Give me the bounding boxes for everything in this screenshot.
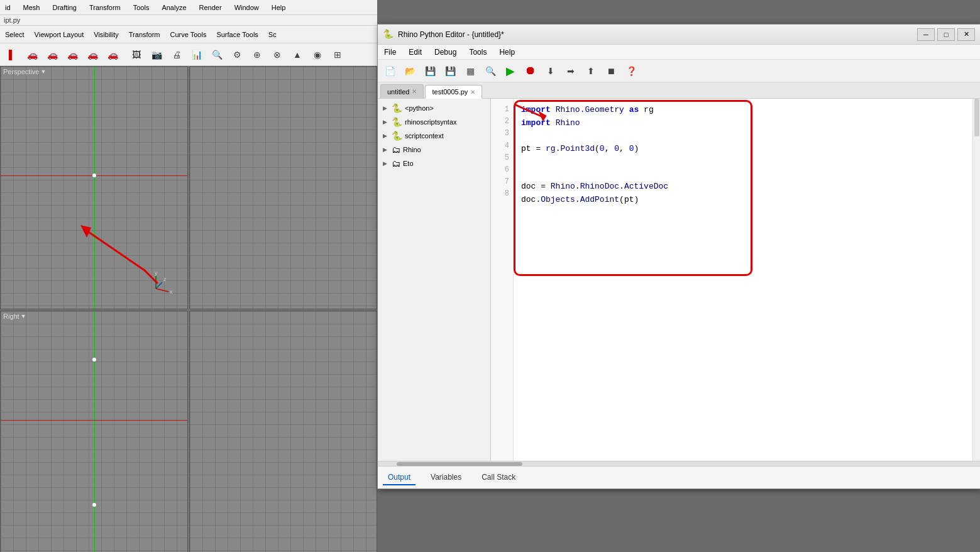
rhino-window: id Mesh Drafting Transform Tools Analyze… [0, 0, 377, 552]
toolbar-visibility[interactable]: Visibility [91, 30, 121, 40]
tree-label-python: <python> [405, 104, 434, 112]
toolbar-icon-2[interactable]: 🚗 [23, 45, 41, 64]
toolbar-icon-8[interactable]: 📷 [147, 45, 166, 64]
tree-item-eto[interactable]: ▶ 🗂 Eto [378, 157, 490, 170]
toolbar-icon-3[interactable]: 🚗 [43, 45, 62, 64]
scrollbar-horizontal[interactable] [378, 461, 980, 466]
tab-test0005[interactable]: test0005.py ✕ [425, 85, 482, 99]
menu-mesh[interactable]: Mesh [21, 3, 43, 13]
toolbar-icon-5[interactable]: 🚗 [83, 45, 102, 64]
toolbar-icon-11[interactable]: 🔍 [207, 45, 226, 64]
toolbar-curve-tools[interactable]: Curve Tools [168, 30, 209, 40]
viewport-bottom-right[interactable] [189, 311, 377, 552]
scrollbar-thumb[interactable] [397, 462, 522, 466]
menu-analyze[interactable]: Analyze [159, 3, 189, 13]
toolbar-icon-4[interactable]: 🚗 [63, 45, 82, 64]
menu-window[interactable]: Window [232, 3, 262, 13]
perspective-dropdown-arrow[interactable]: ▼ [40, 69, 46, 75]
scrollbar-v-thumb[interactable] [974, 99, 979, 136]
toolbar-icon-10[interactable]: 📊 [187, 45, 206, 64]
menu-drafting[interactable]: Drafting [50, 3, 79, 13]
editor-bottom-tabs: Output Variables Call Stack [378, 466, 980, 489]
toolbar-icon-12[interactable]: ⚙ [228, 45, 246, 64]
tree-label-scriptcontext: scriptcontext [405, 132, 444, 140]
tree-arrow-rhino: ▶ [383, 119, 389, 125]
viewport-top-right[interactable] [189, 66, 377, 309]
titlebar-left: 🐍 Rhino Python Editor - {untitled}* [383, 29, 504, 40]
menu-help[interactable]: Help [269, 3, 289, 13]
stop-button[interactable]: ⏺ [521, 62, 540, 80]
viewport-perspective-label[interactable]: Perspective ▼ [3, 68, 46, 75]
toolbar-icon-6[interactable]: 🚗 [103, 45, 122, 64]
toolbar-sc[interactable]: Sc [266, 30, 279, 40]
maximize-button[interactable]: □ [937, 28, 955, 41]
editor-toolbar: 📄 📂 💾 💾 ▦ 🔍 ▶ ⏺ ⬇ ➡ ⬆ ⏹ ❓ [378, 60, 980, 82]
save-as-button[interactable]: 💾 [441, 62, 460, 80]
toolbar-select[interactable]: Select [3, 30, 27, 40]
tree-arrow-eto: ▶ [383, 160, 389, 167]
tree-item-python[interactable]: ▶ 🐍 <python> [378, 101, 490, 115]
run-button[interactable]: ▶ [501, 62, 520, 80]
run-in-editor-button[interactable]: ▦ [461, 62, 480, 80]
editor-titlebar: 🐍 Rhino Python Editor - {untitled}* ─ □ … [378, 25, 980, 45]
new-file-button[interactable]: 📄 [380, 62, 399, 80]
menu-edit[interactable]: Edit [405, 47, 426, 58]
tree-item-rhino[interactable]: ▶ 🗂 Rhino [378, 143, 490, 157]
viewport-perspective[interactable]: Perspective ▼ z x y [0, 66, 188, 309]
editor-tabs: untitled ✕ test0005.py ✕ [378, 82, 980, 99]
menu-render[interactable]: Render [197, 3, 224, 13]
stop-debug-button[interactable]: ⏹ [602, 62, 620, 80]
bottom-tab-callstack[interactable]: Call Stack [476, 470, 520, 485]
titlebar-buttons: ─ □ ✕ [917, 28, 975, 41]
open-file-button[interactable]: 📂 [400, 62, 419, 80]
step-out-button[interactable]: ⬆ [581, 62, 600, 80]
editor-menubar: File Edit Debug Tools Help [378, 45, 980, 60]
step-into-button[interactable]: ⬇ [541, 62, 560, 80]
toolbar-icon-1[interactable]: ▌ [3, 45, 21, 64]
toolbar-icon-17[interactable]: ⊞ [328, 45, 347, 64]
toolbar-icon-9[interactable]: 🖨 [167, 45, 186, 64]
python-tree-icon: 🐍 [392, 103, 402, 113]
scrollbar-vertical[interactable] [972, 99, 980, 461]
close-button[interactable]: ✕ [957, 28, 975, 41]
tree-item-rhinoscriptsyntax[interactable]: ▶ 🐍 rhinoscriptsyntax [378, 115, 490, 129]
toolbar-icon-14[interactable]: ⊗ [268, 45, 287, 64]
right-dropdown-arrow[interactable]: ▼ [21, 313, 26, 319]
tab-untitled[interactable]: untitled ✕ [380, 84, 424, 98]
toolbar-icon-7[interactable]: 🖼 [127, 45, 146, 64]
toolbar-surface-tools[interactable]: Surface Tools [214, 30, 260, 40]
tree-item-scriptcontext[interactable]: ▶ 🐍 scriptcontext [378, 129, 490, 143]
tab-close-test0005[interactable]: ✕ [470, 89, 475, 96]
menu-tools[interactable]: Tools [131, 3, 152, 13]
menu-debug[interactable]: Debug [431, 47, 460, 58]
menu-help[interactable]: Help [495, 47, 519, 58]
code-area[interactable]: 1 2 3 4 5 6 7 8 import Rhino.Geometry as… [491, 99, 980, 461]
toolbar-viewport-layout[interactable]: Viewport Layout [32, 30, 87, 40]
menu-file[interactable]: File [380, 47, 400, 58]
bottom-tab-output[interactable]: Output [383, 470, 416, 485]
tab-close-untitled[interactable]: ✕ [412, 88, 417, 95]
tree-arrow-python: ▶ [383, 105, 389, 111]
eto-tree-icon: 🗂 [392, 158, 400, 168]
rhinodoc-tree-icon: 🗂 [392, 145, 400, 155]
save-button[interactable]: 💾 [421, 62, 439, 80]
menu-transform[interactable]: Transform [87, 3, 123, 13]
code-content[interactable]: import Rhino.Geometry as rgimport Rhinop… [514, 99, 972, 461]
menu-tools[interactable]: Tools [465, 47, 490, 58]
svg-text:z: z [163, 276, 167, 282]
toolbar-transform[interactable]: Transform [126, 30, 163, 40]
viewport-right-label[interactable]: Right ▼ [3, 312, 26, 320]
bottom-tab-variables[interactable]: Variables [426, 470, 466, 485]
toolbar-icon-13[interactable]: ⊕ [248, 45, 267, 64]
step-over-button[interactable]: ➡ [561, 62, 580, 80]
toolbar-icon-15[interactable]: ▲ [288, 45, 307, 64]
menu-id[interactable]: id [3, 3, 13, 13]
toolbar-icon-16[interactable]: ◉ [308, 45, 327, 64]
editor-body: ▶ 🐍 <python> ▶ 🐍 rhinoscriptsyntax ▶ 🐍 s… [378, 99, 980, 461]
rhino-toolbar-row: Select Viewport Layout Visibility Transf… [0, 26, 377, 43]
rhino-icon-toolbar: ▌ 🚗 🚗 🚗 🚗 🚗 🖼 📷 🖨 📊 🔍 ⚙ ⊕ ⊗ ▲ ◉ ⊞ [0, 43, 377, 66]
search-button[interactable]: 🔍 [481, 62, 500, 80]
viewport-right[interactable]: Right ▼ [0, 311, 188, 552]
help-button[interactable]: ❓ [622, 62, 641, 80]
minimize-button[interactable]: ─ [917, 28, 935, 41]
